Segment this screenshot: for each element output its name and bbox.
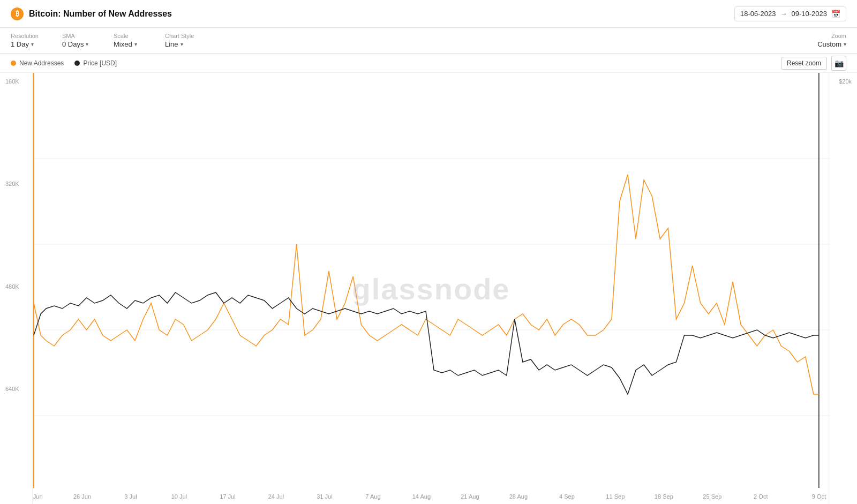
svg-text:28 Aug: 28 Aug	[509, 493, 528, 500]
legend-bar: New Addresses Price [USD] Reset zoom 📷	[0, 54, 857, 73]
svg-text:18 Sep: 18 Sep	[655, 493, 673, 500]
header-left: ₿ Bitcoin: Number of New Addresses	[11, 7, 172, 20]
zoom-label: Zoom	[831, 33, 846, 39]
date-from: 18-06-2023	[740, 10, 776, 18]
svg-text:31 Jul: 31 Jul	[317, 493, 332, 500]
y-axis-left: 640K 480K 320K 160K	[0, 73, 32, 504]
reset-zoom-button[interactable]: Reset zoom	[781, 57, 827, 70]
y-label-4: 640K	[5, 386, 28, 392]
date-range-picker[interactable]: 18-06-2023 → 09-10-2023 📅	[734, 6, 846, 21]
y-axis-right: $20k	[830, 73, 857, 504]
svg-text:3 Jul: 3 Jul	[124, 493, 137, 500]
scale-value[interactable]: Mixed ▾	[114, 40, 148, 48]
sma-label: SMA	[62, 33, 96, 39]
resolution-dropdown-arrow: ▾	[31, 41, 34, 47]
svg-text:2 Oct: 2 Oct	[754, 493, 768, 500]
chart-canvas: glassnode 19 Jun 26 Jun 3 Jul 10 Jul 17 …	[32, 73, 830, 504]
legend-new-addresses: New Addresses	[11, 59, 64, 67]
sma-value[interactable]: 0 Days ▾	[62, 40, 96, 48]
chart-area: 640K 480K 320K 160K glassnode 19 Jun 26 …	[0, 73, 857, 504]
bitcoin-icon: ₿	[11, 7, 24, 20]
chart-style-value[interactable]: Line ▾	[165, 40, 199, 48]
svg-text:25 Sep: 25 Sep	[703, 493, 721, 500]
svg-text:21 Aug: 21 Aug	[461, 493, 479, 500]
svg-text:19 Jun: 19 Jun	[33, 493, 43, 500]
legend-price: Price [USD]	[74, 59, 117, 67]
chart-style-selector[interactable]: Chart Style Line ▾	[165, 33, 208, 48]
svg-text:9 Oct: 9 Oct	[812, 493, 826, 500]
svg-text:24 Jul: 24 Jul	[268, 493, 284, 500]
zoom-selector[interactable]: Zoom Custom ▾	[817, 33, 846, 48]
y-label-1: 160K	[5, 78, 28, 85]
svg-text:7 Aug: 7 Aug	[365, 493, 380, 500]
resolution-label: Resolution	[11, 33, 45, 39]
chart-svg: 19 Jun 26 Jun 3 Jul 10 Jul 17 Jul 24 Jul…	[33, 73, 830, 504]
scale-selector[interactable]: Scale Mixed ▾	[114, 33, 156, 48]
resolution-value[interactable]: 1 Day ▾	[11, 40, 45, 48]
legend-actions: Reset zoom 📷	[781, 56, 846, 71]
zoom-value[interactable]: Custom ▾	[817, 40, 846, 48]
sma-selector[interactable]: SMA 0 Days ▾	[62, 33, 105, 48]
date-to: 09-10-2023	[792, 10, 828, 18]
svg-text:17 Jul: 17 Jul	[220, 493, 235, 500]
chart-style-label: Chart Style	[165, 33, 199, 39]
y-label-3: 480K	[5, 283, 28, 290]
date-arrow: →	[780, 10, 787, 18]
resolution-selector[interactable]: Resolution 1 Day ▾	[11, 33, 54, 48]
svg-text:26 Jun: 26 Jun	[73, 493, 91, 500]
toolbar: Resolution 1 Day ▾ SMA 0 Days ▾ Scale Mi…	[0, 28, 857, 54]
svg-text:14 Aug: 14 Aug	[412, 493, 431, 500]
legend-items: New Addresses Price [USD]	[11, 59, 117, 67]
screenshot-button[interactable]: 📷	[831, 56, 846, 71]
y-label-2: 320K	[5, 180, 28, 187]
legend-dot-black	[74, 61, 80, 66]
scale-label: Scale	[114, 33, 148, 39]
page-header: ₿ Bitcoin: Number of New Addresses 18-06…	[0, 0, 857, 28]
sma-dropdown-arrow: ▾	[86, 41, 88, 47]
chart-style-dropdown-arrow: ▾	[181, 41, 183, 47]
zoom-dropdown-arrow: ▾	[844, 41, 846, 47]
svg-text:10 Jul: 10 Jul	[171, 493, 187, 500]
scale-dropdown-arrow: ▾	[134, 41, 137, 47]
page-title: Bitcoin: Number of New Addresses	[29, 9, 172, 19]
svg-text:11 Sep: 11 Sep	[606, 493, 625, 500]
y-right-label-1: $20k	[833, 78, 852, 85]
legend-dot-orange	[11, 61, 16, 66]
svg-text:4 Sep: 4 Sep	[559, 493, 575, 500]
calendar-icon[interactable]: 📅	[831, 10, 840, 18]
legend-new-addresses-label: New Addresses	[19, 59, 64, 67]
legend-price-label: Price [USD]	[83, 59, 117, 67]
